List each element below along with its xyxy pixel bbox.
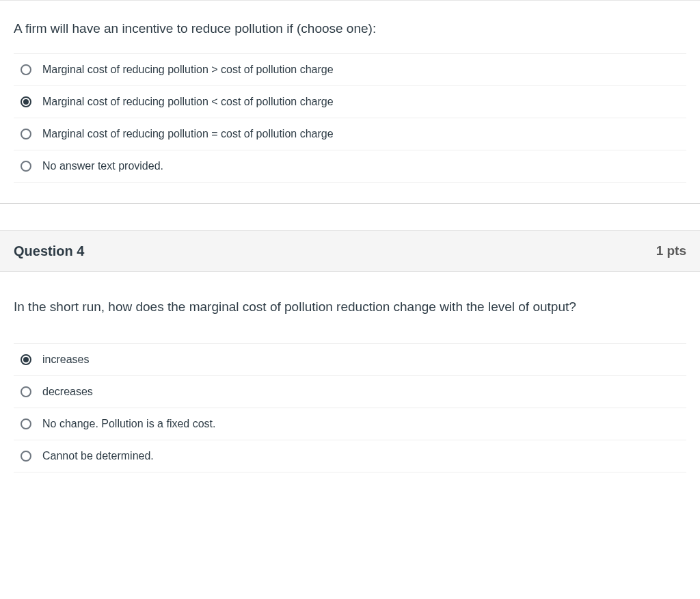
question-block-2: Question 4 1 pts In the short run, how d…: [0, 230, 700, 473]
options-group: increases decreases No change. Pollution…: [14, 343, 686, 472]
option-label: increases: [42, 354, 89, 366]
radio-icon[interactable]: [21, 354, 31, 365]
option-row[interactable]: Marginal cost of reducing pollution > co…: [14, 53, 686, 85]
options-group: Marginal cost of reducing pollution > co…: [14, 53, 686, 183]
question-title: Question 4: [14, 243, 84, 259]
question-prompt: A firm will have an incentive to reduce …: [0, 1, 700, 53]
option-row[interactable]: Marginal cost of reducing pollution < co…: [14, 85, 686, 118]
option-label: No change. Pollution is a fixed cost.: [42, 418, 215, 430]
option-label: Marginal cost of reducing pollution < co…: [42, 96, 334, 108]
question-prompt: In the short run, how does the marginal …: [0, 272, 700, 337]
option-label: decreases: [42, 386, 93, 398]
radio-icon[interactable]: [21, 418, 31, 429]
option-row[interactable]: No change. Pollution is a fixed cost.: [14, 408, 686, 440]
radio-icon[interactable]: [21, 96, 31, 107]
radio-icon[interactable]: [21, 386, 31, 397]
option-label: Marginal cost of reducing pollution > co…: [42, 64, 334, 76]
option-row[interactable]: increases: [14, 343, 686, 375]
radio-icon[interactable]: [21, 64, 31, 75]
question-points: 1 pts: [656, 243, 686, 258]
question-header: Question 4 1 pts: [0, 230, 700, 272]
option-label: Marginal cost of reducing pollution = co…: [42, 128, 334, 140]
option-row[interactable]: Cannot be determined.: [14, 440, 686, 472]
radio-icon[interactable]: [21, 161, 31, 172]
option-row[interactable]: Marginal cost of reducing pollution = co…: [14, 118, 686, 150]
option-row[interactable]: decreases: [14, 375, 686, 408]
question-block-1: A firm will have an incentive to reduce …: [0, 0, 700, 183]
block-separator: [0, 203, 700, 230]
radio-icon[interactable]: [21, 451, 31, 462]
option-label: No answer text provided.: [42, 160, 163, 172]
option-row[interactable]: No answer text provided.: [14, 150, 686, 183]
option-label: Cannot be determined.: [42, 450, 154, 462]
radio-icon[interactable]: [21, 129, 31, 139]
